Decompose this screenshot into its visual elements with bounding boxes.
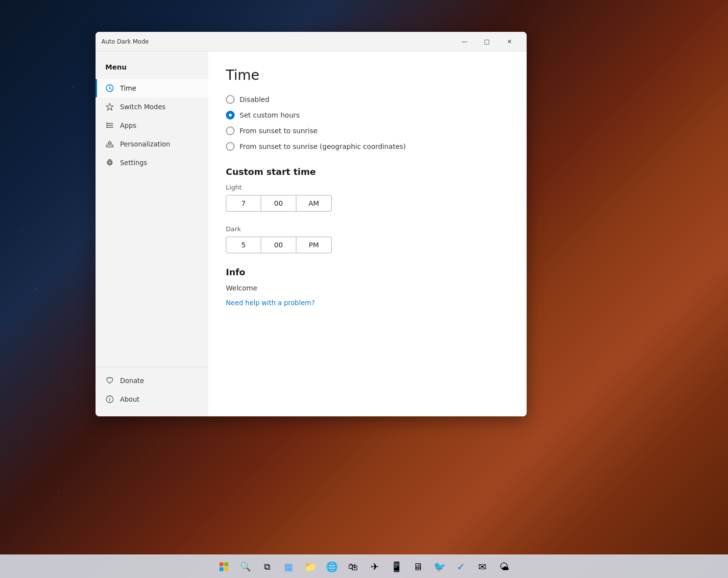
close-button[interactable]: ✕ bbox=[498, 34, 521, 49]
sidebar-item-donate[interactable]: Donate bbox=[96, 371, 208, 390]
radio-sunset-sunrise-geo-circle bbox=[226, 142, 235, 151]
file-explorer-button[interactable]: 📁 bbox=[300, 557, 320, 577]
light-period-input[interactable]: AM bbox=[296, 195, 332, 212]
dark-time-inputs: 5 00 PM bbox=[226, 237, 509, 253]
svg-line-2 bbox=[110, 89, 111, 90]
task-view-icon: ⧉ bbox=[264, 561, 270, 572]
svg-point-12 bbox=[109, 162, 111, 164]
switch-modes-icon bbox=[105, 102, 114, 111]
sidebar-about-label: About bbox=[120, 395, 140, 403]
todo-button[interactable]: ✓ bbox=[451, 557, 471, 577]
custom-start-time-title: Custom start time bbox=[226, 167, 509, 177]
dark-label: Dark bbox=[226, 225, 509, 233]
info-welcome: Welcome bbox=[226, 284, 509, 292]
sidebar-settings-label: Settings bbox=[120, 159, 147, 167]
minimize-button[interactable]: — bbox=[453, 34, 476, 49]
store-icon: 🛍 bbox=[348, 561, 358, 573]
help-link[interactable]: Need help with a problem? bbox=[226, 299, 315, 307]
sidebar-item-personalization[interactable]: Personalization bbox=[96, 135, 208, 153]
sidebar-bottom: Donate About bbox=[96, 367, 208, 409]
radio-custom-hours[interactable]: Set custom hours bbox=[226, 111, 509, 120]
time-icon bbox=[105, 84, 114, 93]
sidebar-time-label: Time bbox=[120, 84, 136, 92]
radio-custom-hours-label: Set custom hours bbox=[240, 111, 300, 119]
widgets-icon: ▦ bbox=[284, 561, 293, 573]
remote-desktop-icon: 🖥 bbox=[413, 561, 423, 573]
window-body: Menu Time Switc bbox=[96, 51, 527, 416]
radio-sunset-sunrise-geo[interactable]: From sunset to sunrise (geographic coord… bbox=[226, 142, 509, 151]
svg-marker-3 bbox=[106, 103, 113, 110]
maximize-button[interactable]: □ bbox=[476, 34, 498, 49]
dark-hour-input[interactable]: 5 bbox=[226, 237, 261, 253]
light-time-section: Light 7 00 AM bbox=[226, 184, 509, 212]
menu-label: Menu bbox=[96, 59, 208, 79]
start-button[interactable] bbox=[214, 557, 234, 577]
light-minute-input[interactable]: 00 bbox=[261, 195, 296, 212]
sidebar: Menu Time Switc bbox=[96, 51, 208, 416]
todo-icon: ✓ bbox=[457, 561, 465, 573]
page-title: Time bbox=[226, 67, 509, 83]
task-view-button[interactable]: ⧉ bbox=[257, 557, 277, 577]
svg-point-15 bbox=[109, 397, 110, 398]
edge-button[interactable]: 🌐 bbox=[322, 557, 341, 577]
svg-rect-9 bbox=[106, 127, 108, 128]
sidebar-item-time[interactable]: Time bbox=[96, 79, 208, 97]
svg-rect-10 bbox=[106, 145, 113, 147]
dark-minute-input[interactable]: 00 bbox=[261, 237, 296, 253]
file-explorer-icon: 📁 bbox=[304, 561, 316, 573]
sidebar-spacer bbox=[96, 172, 208, 367]
sidebar-item-apps[interactable]: Apps bbox=[96, 116, 208, 135]
edge-icon: 🌐 bbox=[326, 561, 338, 573]
settings-icon bbox=[105, 158, 114, 167]
app-window: Auto Dark Mode — □ ✕ Menu Time bbox=[96, 32, 527, 416]
main-content: Time Disabled Set custom hours From suns… bbox=[208, 51, 527, 416]
store-button[interactable]: 🛍 bbox=[343, 557, 363, 577]
window-title: Auto Dark Mode bbox=[101, 38, 453, 45]
search-taskbar-icon: 🔍 bbox=[240, 561, 251, 572]
widgets-button[interactable]: ▦ bbox=[279, 557, 298, 577]
radio-disabled-label: Disabled bbox=[240, 96, 269, 103]
windows-logo bbox=[219, 562, 228, 571]
radio-sunset-sunrise-circle bbox=[226, 126, 235, 135]
light-label: Light bbox=[226, 184, 509, 191]
phone-icon: 📱 bbox=[390, 561, 403, 573]
radio-sunset-sunrise-geo-label: From sunset to sunrise (geographic coord… bbox=[240, 143, 406, 150]
radio-disabled[interactable]: Disabled bbox=[226, 95, 509, 104]
remote-desktop-button[interactable]: 🖥 bbox=[408, 557, 428, 577]
about-icon bbox=[105, 395, 114, 404]
weather-icon: 🌤 bbox=[499, 561, 509, 573]
phone-button[interactable]: 📱 bbox=[387, 557, 406, 577]
weather-button[interactable]: 🌤 bbox=[494, 557, 514, 577]
title-bar: Auto Dark Mode — □ ✕ bbox=[96, 32, 527, 51]
sidebar-item-switch-modes[interactable]: Switch Modes bbox=[96, 97, 208, 116]
sidebar-donate-label: Donate bbox=[120, 377, 144, 385]
time-mode-radio-group: Disabled Set custom hours From sunset to… bbox=[226, 95, 509, 151]
light-hour-input[interactable]: 7 bbox=[226, 195, 261, 212]
sidebar-item-about[interactable]: About bbox=[96, 390, 208, 409]
twitter-icon: 🐦 bbox=[434, 561, 446, 573]
radio-disabled-circle bbox=[226, 95, 235, 104]
mail-button[interactable]: ✉ bbox=[473, 557, 492, 577]
window-controls: — □ ✕ bbox=[453, 34, 521, 49]
svg-rect-8 bbox=[106, 125, 108, 126]
telegram-icon: ✈ bbox=[371, 561, 379, 573]
mail-icon: ✉ bbox=[479, 561, 487, 573]
search-taskbar-button[interactable]: 🔍 bbox=[236, 557, 255, 577]
twitter-button[interactable]: 🐦 bbox=[430, 557, 449, 577]
apps-icon bbox=[105, 121, 114, 130]
info-section: Info Welcome Need help with a problem? bbox=[226, 267, 509, 307]
radio-sunset-sunrise-label: From sunset to sunrise bbox=[240, 127, 317, 135]
sidebar-personalization-label: Personalization bbox=[120, 140, 170, 148]
donate-icon bbox=[105, 376, 114, 385]
sidebar-item-settings[interactable]: Settings bbox=[96, 153, 208, 172]
radio-custom-hours-circle bbox=[226, 111, 235, 120]
telegram-button[interactable]: ✈ bbox=[365, 557, 385, 577]
dark-period-input[interactable]: PM bbox=[296, 237, 332, 253]
sidebar-apps-label: Apps bbox=[120, 121, 136, 129]
personalization-icon bbox=[105, 140, 114, 148]
taskbar: 🔍 ⧉ ▦ 📁 🌐 🛍 ✈ 📱 🖥 🐦 ✓ ✉ 🌤 bbox=[0, 554, 728, 578]
radio-sunset-sunrise[interactable]: From sunset to sunrise bbox=[226, 126, 509, 135]
info-title: Info bbox=[226, 267, 509, 277]
sidebar-switch-modes-label: Switch Modes bbox=[120, 103, 166, 111]
svg-rect-7 bbox=[106, 123, 108, 124]
